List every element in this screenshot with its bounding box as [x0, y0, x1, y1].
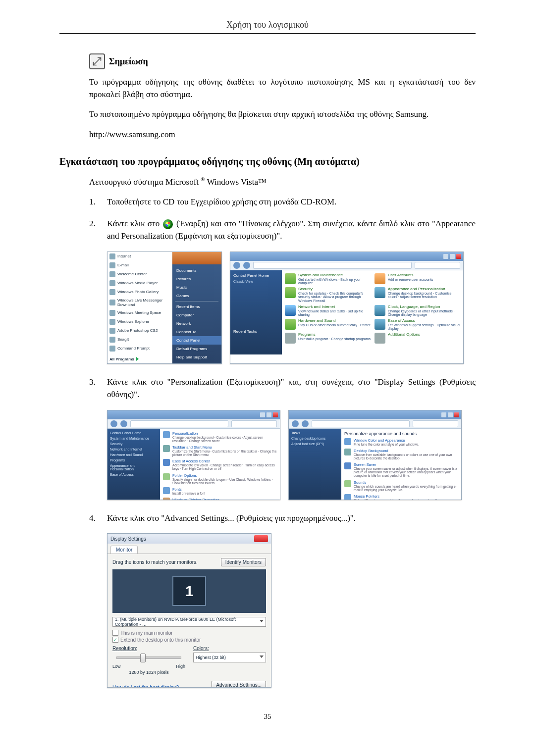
note-icon	[89, 53, 105, 69]
close-icon	[454, 412, 459, 417]
os-prefix: Λειτουργικό σύστημα Microsoft	[89, 177, 201, 186]
additional-icon	[374, 333, 385, 344]
users-icon	[374, 273, 385, 284]
mouse-icon	[344, 494, 351, 500]
cp-recent: Recent Tasks	[233, 329, 279, 334]
document-page: Χρήση του λογισμικού Σημείωση Το πρόγραμ…	[0, 0, 535, 741]
forward-icon	[302, 420, 309, 427]
figure-row-1: Internet E-mail Welcome Center Windows M…	[89, 252, 476, 364]
sm-ps: Adobe Photoshop CS2	[107, 326, 172, 335]
cmd-icon	[109, 346, 115, 352]
messenger-icon	[109, 300, 115, 305]
step-2-text: Κάντε κλικ στο (Έναρξη) και στο "Πίνακας…	[107, 217, 476, 243]
back-icon	[292, 420, 299, 427]
chevron-right-icon	[136, 357, 139, 361]
checkbox-checked-icon	[112, 637, 118, 643]
resolution-label: Resolution:	[112, 646, 185, 651]
step-2-number: 2.	[89, 217, 107, 243]
step-1: 1. Τοποθετήστε το CD του Εγχειρίδιου χρή…	[89, 196, 476, 208]
best-display-link[interactable]: How do I get the best display?	[112, 685, 179, 688]
sm-recent: Recent Items	[172, 302, 221, 311]
registered-symbol: ®	[201, 176, 205, 182]
os-windows: Windows Vista™	[205, 177, 267, 186]
screenshot-display-settings: Display Settings Monitor Drag the icons …	[107, 533, 271, 688]
sm-control-panel: Control Panel	[172, 336, 221, 345]
note-label: Σημείωση	[109, 56, 148, 67]
sm-internet: Internet	[107, 252, 172, 261]
programs-icon	[285, 333, 296, 344]
screensaver-icon	[344, 462, 351, 469]
sm-all-programs: All Programs	[107, 355, 172, 363]
checkbox-icon	[112, 630, 118, 636]
forward-icon	[243, 262, 250, 269]
sm-messenger: Windows Live Messenger Download	[107, 297, 172, 308]
explorer-icon	[109, 319, 115, 325]
sm-meeting: Windows Meeting Space	[107, 308, 172, 317]
resolution-slider[interactable]	[112, 653, 185, 663]
step-3-number: 3.	[89, 376, 107, 401]
figure-row-2: Control Panel Home System and Maintenanc…	[89, 410, 476, 500]
note-paragraph-1: Το πρόγραμμα οδήγησης της οθόνης διαθέτε…	[89, 76, 476, 101]
screenshot-personalization: Tasks Change desktop icons Adjust font s…	[288, 410, 462, 500]
sm-connect: Connect To	[172, 328, 221, 336]
step-3: 3. Κάντε κλικ στο "Personalization (Εξατ…	[89, 376, 476, 401]
back-icon	[233, 262, 240, 269]
hardware-icon	[285, 319, 296, 330]
network-icon	[285, 305, 296, 316]
advanced-settings-button[interactable]: Advanced Settings...	[212, 681, 266, 688]
cp-side-title: Control Panel Home	[233, 273, 279, 278]
extend-desktop-checkbox: Extend the desktop onto this monitor	[112, 637, 266, 643]
fonts-icon	[163, 487, 170, 494]
screenshot-control-panel: Control Panel Home Classic View Recent T…	[230, 252, 464, 364]
step-2-post: (Έναρξη) και στο "Πίνακας ελέγχου". Στη …	[107, 219, 476, 241]
ds-tab-monitor[interactable]: Monitor	[110, 546, 138, 554]
sm-cmd: Command Prompt	[107, 344, 172, 353]
appearance-icon	[374, 287, 385, 298]
system-icon	[285, 273, 296, 284]
main-monitor-checkbox: This is my main monitor	[112, 630, 266, 636]
taskbar-icon	[163, 445, 170, 452]
os-line: Λειτουργικό σύστημα Microsoft ® Windows …	[89, 176, 476, 187]
sm-documents: Documents	[172, 266, 221, 275]
monitor-select[interactable]: 1. (Multiple Monitors) on NVIDIA GeForce…	[112, 617, 266, 627]
forward-icon	[120, 420, 127, 427]
sm-computer: Computer	[172, 311, 221, 319]
section-body: Λειτουργικό σύστημα Microsoft ® Windows …	[89, 176, 476, 688]
back-icon	[110, 420, 117, 427]
note-paragraph-2: Το πιστοποιημένο πρόγραμμα οδήγησης θα β…	[89, 108, 476, 121]
sm-gallery: Windows Photo Gallery	[107, 288, 172, 297]
section-title: Εγκατάσταση του προγράμματος οδήγησης τη…	[59, 156, 476, 167]
figure-row-3: Display Settings Monitor Drag the icons …	[89, 533, 476, 688]
welcome-icon	[109, 271, 115, 277]
step-1-number: 1.	[89, 196, 107, 208]
cp-side-sub: Classic View	[233, 280, 279, 283]
step-2-pre: Κάντε κλικ στο	[107, 219, 162, 228]
search-box	[415, 262, 460, 269]
ease-center-icon	[163, 459, 170, 466]
sm-user-header	[172, 252, 221, 264]
resolution-value: 1280 by 1024 pixels	[112, 670, 185, 675]
gallery-icon	[109, 289, 115, 295]
identify-monitors-button[interactable]: Identify Monitors	[221, 558, 266, 566]
page-header-title: Χρήση του λογισμικού	[59, 20, 476, 30]
sm-games: Games	[172, 292, 221, 300]
sm-wmp: Windows Media Player	[107, 279, 172, 288]
monitor-1-icon: 1	[172, 576, 206, 606]
sm-music: Music	[172, 283, 221, 292]
sm-help: Help and Support	[172, 353, 221, 361]
note-url: http://www.samsung.com	[89, 129, 476, 141]
sm-welcome: Welcome Center	[107, 270, 172, 279]
cp-categories: System and MaintenanceGet started with W…	[282, 270, 463, 354]
mail-icon	[109, 262, 115, 268]
ds-preview: 1	[112, 569, 266, 613]
sidebar-icon	[163, 498, 170, 500]
screenshot-appearance-panel: Control Panel Home System and Maintenanc…	[107, 410, 280, 500]
colors-select[interactable]: Highest (32 bit)	[193, 653, 266, 662]
pz-heading: Personalize appearance and sounds	[344, 431, 458, 436]
step-2: 2. Κάντε κλικ στο (Έναρξη) και στο "Πίνα…	[89, 217, 476, 243]
note-block: Σημείωση Το πρόγραμμα οδήγησης της οθόνη…	[89, 53, 476, 141]
steps-list: 1. Τοποθετήστε το CD του Εγχειρίδιου χρή…	[89, 196, 476, 688]
security-icon	[285, 287, 296, 298]
step-4: 4. Κάντε κλικ στο "Advanced Settings... …	[89, 512, 476, 525]
sounds-icon	[344, 480, 351, 487]
